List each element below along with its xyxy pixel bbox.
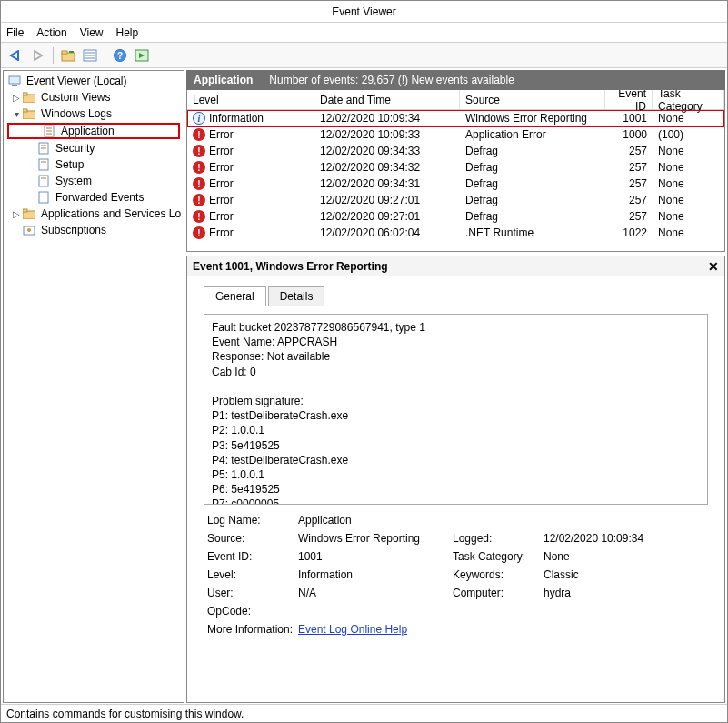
error-icon: ! — [193, 194, 205, 206]
event-count: Number of events: 29,657 (!) New events … — [269, 70, 514, 90]
tree-forwarded[interactable]: Forwarded Events — [4, 189, 184, 206]
error-icon: ! — [193, 177, 205, 190]
col-source[interactable]: Source — [460, 90, 605, 109]
menu-view[interactable]: View — [80, 26, 104, 39]
svg-rect-22 — [39, 159, 48, 170]
tree-apps-services[interactable]: ▷ Applications and Services Lo — [4, 206, 184, 222]
window-title: Event Viewer — [332, 5, 395, 18]
detail-pane: Event 1001, Windows Error Reporting ✕ Ge… — [186, 256, 725, 703]
folder-button[interactable] — [58, 45, 78, 65]
svg-rect-12 — [23, 93, 27, 95]
event-grid[interactable]: Level Date and Time Source Event ID Task… — [186, 90, 725, 252]
lbl-moreinfo: More Information: — [207, 623, 298, 636]
table-row[interactable]: !Error12/02/2020 06:02:04.NET Runtime102… — [187, 225, 724, 241]
lbl-cat: Task Category: — [453, 550, 544, 563]
titlebar: Event Viewer — [1, 1, 727, 23]
lbl-eid: Event ID: — [207, 550, 298, 563]
val-source: Windows Error Reporting — [298, 532, 453, 545]
content-title: Application — [194, 70, 253, 90]
content-header: Application Number of events: 29,657 (!)… — [186, 70, 725, 90]
detail-title-bar: Event 1001, Windows Error Reporting ✕ — [187, 256, 724, 276]
expand-icon[interactable]: ▷ — [11, 209, 22, 219]
grid-body[interactable]: iInformation12/02/2020 10:09:34Windows E… — [187, 110, 724, 252]
lbl-source: Source: — [207, 532, 298, 545]
back-button[interactable] — [6, 45, 26, 65]
log-icon — [36, 174, 51, 188]
svg-rect-10 — [12, 85, 17, 86]
col-date[interactable]: Date and Time — [314, 90, 460, 109]
lbl-keywords: Keywords: — [453, 568, 544, 581]
forward-button[interactable] — [28, 45, 48, 65]
tree-setup[interactable]: Setup — [4, 156, 184, 173]
error-icon: ! — [193, 226, 205, 239]
toolbar: ? — [1, 43, 727, 68]
table-row[interactable]: !Error12/02/2020 09:34:33Defrag257None — [187, 143, 724, 159]
table-row[interactable]: !Error12/02/2020 10:09:33Application Err… — [187, 126, 724, 143]
log-icon — [36, 157, 51, 172]
val-eid: 1001 — [298, 550, 453, 563]
subscriptions-icon — [22, 223, 36, 237]
tab-details[interactable]: Details — [268, 286, 325, 306]
tree-security[interactable]: Security — [4, 140, 184, 156]
tree-subscriptions[interactable]: Subscriptions — [4, 222, 184, 238]
collapse-icon[interactable]: ▾ — [11, 109, 22, 119]
help-button[interactable]: ? — [110, 45, 130, 65]
lbl-computer: Computer: — [453, 587, 544, 599]
tree-pane[interactable]: Event Viewer (Local) ▷ Custom Views ▾ Wi… — [3, 70, 184, 703]
table-row[interactable]: !Error12/02/2020 09:27:01Defrag257None — [187, 208, 724, 225]
svg-rect-1 — [62, 51, 67, 54]
folder-icon — [22, 206, 36, 221]
svg-rect-26 — [39, 192, 48, 203]
table-row[interactable]: !Error12/02/2020 09:34:31Defrag257None — [187, 176, 724, 192]
lbl-user: User: — [207, 587, 298, 599]
table-row[interactable]: !Error12/02/2020 09:34:32Defrag257None — [187, 159, 724, 176]
close-icon[interactable]: ✕ — [708, 259, 719, 274]
folder-icon — [22, 106, 36, 121]
svg-rect-24 — [39, 176, 48, 186]
svg-rect-9 — [9, 76, 20, 84]
lbl-level: Level: — [207, 568, 298, 581]
detail-properties: Log Name: Application Source: Windows Er… — [204, 514, 708, 636]
tree-windows-logs[interactable]: ▾ Windows Logs — [4, 105, 184, 122]
statusbar-text: Contains commands for customising this w… — [6, 708, 244, 720]
tree-custom-views[interactable]: ▷ Custom Views — [4, 89, 184, 105]
tree-system[interactable]: System — [4, 173, 184, 189]
col-category[interactable]: Task Category — [653, 90, 724, 109]
error-icon: ! — [193, 161, 205, 174]
refresh-button[interactable] — [132, 45, 152, 65]
col-level[interactable]: Level — [187, 90, 314, 109]
val-keywords: Classic — [544, 568, 698, 581]
lbl-opcode: OpCode: — [207, 605, 298, 618]
table-row[interactable]: !Error12/02/2020 09:27:01Defrag257None — [187, 192, 724, 208]
lbl-logged: Logged: — [453, 532, 544, 545]
val-logged: 12/02/2020 10:09:34 — [544, 532, 698, 545]
error-icon: ! — [193, 128, 205, 141]
grid-header: Level Date and Time Source Event ID Task… — [187, 90, 724, 110]
detail-tabs: General Details — [204, 286, 708, 306]
computer-icon — [7, 74, 22, 88]
tab-general[interactable]: General — [204, 286, 266, 306]
log-icon — [42, 124, 56, 138]
expand-icon[interactable]: ▷ — [11, 93, 22, 103]
link-online-help[interactable]: Event Log Online Help — [298, 623, 407, 636]
menu-help[interactable]: Help — [116, 26, 139, 39]
properties-button[interactable] — [80, 45, 100, 65]
svg-rect-14 — [23, 109, 27, 112]
val-cat: None — [544, 550, 698, 563]
menu-file[interactable]: File — [6, 26, 24, 39]
detail-text[interactable]: Fault bucket 2023787729086567941, type 1… — [204, 314, 708, 505]
menubar: File Action View Help — [1, 23, 727, 43]
col-eventid[interactable]: Event ID — [605, 90, 653, 109]
info-icon: i — [193, 112, 205, 125]
detail-title: Event 1001, Windows Error Reporting — [193, 260, 388, 273]
svg-point-30 — [27, 228, 31, 232]
menu-action[interactable]: Action — [36, 26, 66, 39]
right-pane: Application Number of events: 29,657 (!)… — [186, 70, 725, 703]
tree-application[interactable]: Application — [7, 123, 180, 139]
val-logname: Application — [298, 514, 453, 527]
val-level: Information — [298, 568, 453, 581]
tree-root[interactable]: Event Viewer (Local) — [4, 73, 184, 89]
log-icon — [36, 190, 51, 205]
table-row[interactable]: iInformation12/02/2020 10:09:34Windows E… — [187, 110, 724, 126]
val-computer: hydra — [544, 587, 698, 599]
